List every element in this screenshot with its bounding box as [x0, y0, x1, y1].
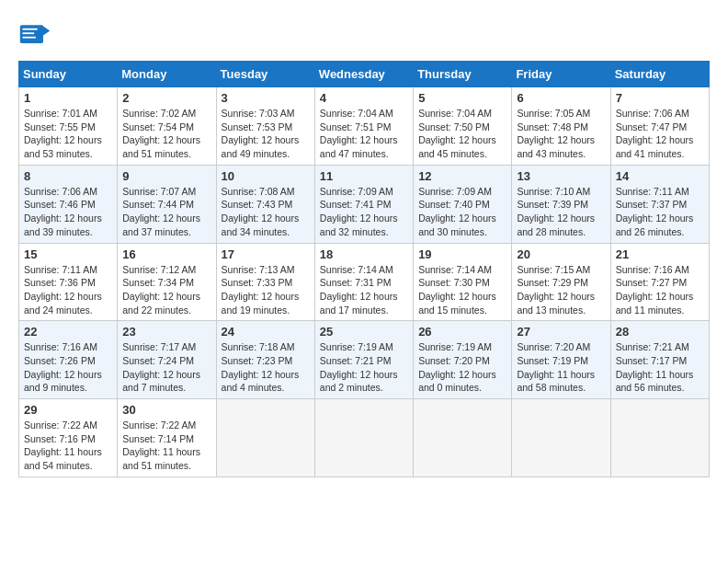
day-info: Sunrise: 7:14 AMSunset: 7:31 PMDaylight:… — [320, 263, 408, 317]
day-info: Sunrise: 7:12 AMSunset: 7:34 PMDaylight:… — [122, 263, 210, 317]
calendar-cell: 30 Sunrise: 7:22 AMSunset: 7:14 PMDaylig… — [118, 399, 216, 477]
calendar-cell: 14 Sunrise: 7:11 AMSunset: 7:37 PMDaylig… — [610, 165, 709, 243]
day-number: 24 — [222, 325, 310, 339]
calendar-cell: 28 Sunrise: 7:21 AMSunset: 7:17 PMDaylig… — [610, 321, 709, 399]
day-info: Sunrise: 7:05 AMSunset: 7:48 PMDaylight:… — [517, 107, 605, 161]
day-number: 27 — [517, 325, 605, 339]
calendar-table: SundayMondayTuesdayWednesdayThursdayFrid… — [18, 61, 710, 477]
calendar-week-row: 29 Sunrise: 7:22 AMSunset: 7:16 PMDaylig… — [19, 399, 710, 477]
calendar-cell: 3 Sunrise: 7:03 AMSunset: 7:53 PMDayligh… — [216, 87, 314, 166]
calendar-cell: 10 Sunrise: 7:08 AMSunset: 7:43 PMDaylig… — [216, 165, 314, 243]
svg-rect-2 — [23, 29, 38, 30]
day-info: Sunrise: 7:16 AMSunset: 7:27 PMDaylight:… — [616, 263, 704, 317]
day-number: 19 — [418, 247, 506, 261]
day-number: 21 — [616, 247, 704, 261]
day-number: 29 — [24, 403, 112, 417]
day-info: Sunrise: 7:15 AMSunset: 7:29 PMDaylight:… — [517, 263, 605, 317]
day-number: 11 — [320, 169, 408, 183]
calendar-cell: 13 Sunrise: 7:10 AMSunset: 7:39 PMDaylig… — [512, 165, 610, 243]
weekday-header: Thursday — [414, 62, 512, 87]
day-info: Sunrise: 7:09 AMSunset: 7:40 PMDaylight:… — [418, 185, 506, 239]
calendar-cell: 18 Sunrise: 7:14 AMSunset: 7:31 PMDaylig… — [314, 243, 413, 321]
calendar-cell: 5 Sunrise: 7:04 AMSunset: 7:50 PMDayligh… — [414, 87, 512, 166]
day-number: 23 — [122, 325, 210, 339]
weekday-header: Monday — [118, 62, 216, 87]
day-info: Sunrise: 7:11 AMSunset: 7:36 PMDaylight:… — [24, 263, 112, 317]
calendar-cell — [216, 399, 314, 477]
day-number: 9 — [122, 169, 210, 183]
day-info: Sunrise: 7:10 AMSunset: 7:39 PMDaylight:… — [517, 185, 605, 239]
logo-icon — [18, 18, 51, 52]
day-number: 7 — [616, 91, 704, 105]
calendar-cell: 11 Sunrise: 7:09 AMSunset: 7:41 PMDaylig… — [314, 165, 413, 243]
svg-rect-4 — [23, 37, 36, 39]
day-number: 30 — [122, 403, 210, 417]
day-info: Sunrise: 7:06 AMSunset: 7:47 PMDaylight:… — [616, 107, 704, 161]
day-info: Sunrise: 7:11 AMSunset: 7:37 PMDaylight:… — [616, 185, 704, 239]
day-info: Sunrise: 7:06 AMSunset: 7:46 PMDaylight:… — [24, 185, 112, 239]
day-info: Sunrise: 7:08 AMSunset: 7:43 PMDaylight:… — [222, 185, 310, 239]
calendar-cell: 12 Sunrise: 7:09 AMSunset: 7:40 PMDaylig… — [414, 165, 512, 243]
day-info: Sunrise: 7:21 AMSunset: 7:17 PMDaylight:… — [616, 340, 704, 395]
calendar-cell: 20 Sunrise: 7:15 AMSunset: 7:29 PMDaylig… — [512, 243, 610, 321]
day-info: Sunrise: 7:04 AMSunset: 7:51 PMDaylight:… — [320, 107, 408, 161]
calendar-cell — [414, 399, 512, 477]
calendar-week-row: 15 Sunrise: 7:11 AMSunset: 7:36 PMDaylig… — [19, 243, 710, 321]
day-info: Sunrise: 7:01 AMSunset: 7:55 PMDaylight:… — [24, 107, 112, 161]
day-number: 3 — [222, 91, 310, 105]
day-info: Sunrise: 7:03 AMSunset: 7:53 PMDaylight:… — [222, 107, 310, 161]
day-info: Sunrise: 7:17 AMSunset: 7:24 PMDaylight:… — [122, 340, 210, 395]
day-number: 8 — [24, 169, 112, 183]
day-number: 25 — [320, 325, 408, 339]
calendar-cell: 27 Sunrise: 7:20 AMSunset: 7:19 PMDaylig… — [512, 321, 610, 399]
weekday-header-row: SundayMondayTuesdayWednesdayThursdayFrid… — [19, 62, 710, 87]
day-number: 12 — [418, 169, 506, 183]
calendar-cell — [314, 399, 413, 477]
calendar-cell: 21 Sunrise: 7:16 AMSunset: 7:27 PMDaylig… — [610, 243, 709, 321]
weekday-header: Saturday — [610, 62, 709, 87]
day-number: 1 — [24, 91, 112, 105]
calendar-cell: 9 Sunrise: 7:07 AMSunset: 7:44 PMDayligh… — [118, 165, 216, 243]
day-info: Sunrise: 7:20 AMSunset: 7:19 PMDaylight:… — [517, 340, 605, 395]
calendar-cell: 15 Sunrise: 7:11 AMSunset: 7:36 PMDaylig… — [19, 243, 118, 321]
day-number: 14 — [616, 169, 704, 183]
calendar-cell: 7 Sunrise: 7:06 AMSunset: 7:47 PMDayligh… — [610, 87, 709, 166]
calendar-cell: 8 Sunrise: 7:06 AMSunset: 7:46 PMDayligh… — [19, 165, 118, 243]
day-number: 10 — [222, 169, 310, 183]
calendar-cell: 25 Sunrise: 7:19 AMSunset: 7:21 PMDaylig… — [314, 321, 413, 399]
day-number: 5 — [418, 91, 506, 105]
day-info: Sunrise: 7:02 AMSunset: 7:54 PMDaylight:… — [122, 107, 210, 161]
calendar-cell: 16 Sunrise: 7:12 AMSunset: 7:34 PMDaylig… — [118, 243, 216, 321]
day-number: 26 — [418, 325, 506, 339]
calendar-cell: 19 Sunrise: 7:14 AMSunset: 7:30 PMDaylig… — [414, 243, 512, 321]
day-number: 20 — [517, 247, 605, 261]
day-info: Sunrise: 7:22 AMSunset: 7:16 PMDaylight:… — [24, 419, 112, 473]
calendar-cell: 17 Sunrise: 7:13 AMSunset: 7:33 PMDaylig… — [216, 243, 314, 321]
day-number: 4 — [320, 91, 408, 105]
day-info: Sunrise: 7:16 AMSunset: 7:26 PMDaylight:… — [24, 340, 112, 395]
day-info: Sunrise: 7:19 AMSunset: 7:20 PMDaylight:… — [418, 340, 506, 395]
svg-rect-3 — [23, 32, 35, 34]
day-number: 18 — [320, 247, 408, 261]
calendar-cell: 24 Sunrise: 7:18 AMSunset: 7:23 PMDaylig… — [216, 321, 314, 399]
calendar-cell: 26 Sunrise: 7:19 AMSunset: 7:20 PMDaylig… — [414, 321, 512, 399]
calendar-week-row: 1 Sunrise: 7:01 AMSunset: 7:55 PMDayligh… — [19, 87, 710, 166]
calendar-cell — [610, 399, 709, 477]
calendar-cell — [512, 399, 610, 477]
day-number: 28 — [616, 325, 704, 339]
calendar-week-row: 22 Sunrise: 7:16 AMSunset: 7:26 PMDaylig… — [19, 321, 710, 399]
calendar-week-row: 8 Sunrise: 7:06 AMSunset: 7:46 PMDayligh… — [19, 165, 710, 243]
calendar-cell: 6 Sunrise: 7:05 AMSunset: 7:48 PMDayligh… — [512, 87, 610, 166]
day-info: Sunrise: 7:07 AMSunset: 7:44 PMDaylight:… — [122, 185, 210, 239]
day-number: 15 — [24, 247, 112, 261]
day-number: 13 — [517, 169, 605, 183]
calendar-cell: 22 Sunrise: 7:16 AMSunset: 7:26 PMDaylig… — [19, 321, 118, 399]
weekday-header: Tuesday — [216, 62, 314, 87]
day-info: Sunrise: 7:04 AMSunset: 7:50 PMDaylight:… — [418, 107, 506, 161]
day-info: Sunrise: 7:13 AMSunset: 7:33 PMDaylight:… — [222, 263, 310, 317]
logo — [18, 18, 57, 52]
calendar-cell: 1 Sunrise: 7:01 AMSunset: 7:55 PMDayligh… — [19, 87, 118, 166]
page-header — [18, 18, 710, 52]
day-number: 6 — [517, 91, 605, 105]
calendar-cell: 4 Sunrise: 7:04 AMSunset: 7:51 PMDayligh… — [314, 87, 413, 166]
